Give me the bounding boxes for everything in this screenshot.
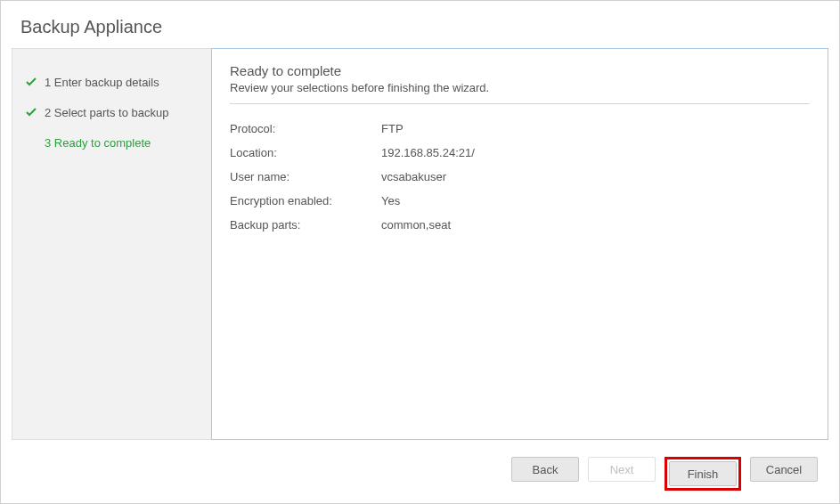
- info-label: Protocol:: [230, 122, 381, 135]
- wizard-footer: Back Next Finish Cancel: [511, 457, 818, 491]
- info-label: Location:: [230, 146, 381, 159]
- check-icon: [25, 108, 37, 117]
- finish-button[interactable]: Finish: [669, 461, 737, 486]
- info-row-protocol: Protocol: FTP: [230, 117, 810, 141]
- info-row-encryption: Encryption enabled: Yes: [230, 189, 810, 213]
- back-button[interactable]: Back: [511, 457, 579, 482]
- step-heading: Ready to complete: [230, 63, 810, 78]
- info-value: Yes: [381, 194, 400, 207]
- sidebar-step-enter-details[interactable]: 1 Enter backup details: [12, 67, 211, 97]
- sidebar-step-ready[interactable]: 3 Ready to complete: [12, 127, 211, 158]
- info-value: 192.168.85.24:21/: [381, 146, 475, 159]
- finish-highlight: Finish: [665, 457, 741, 491]
- step-subheading: Review your selections before finishing …: [230, 81, 810, 104]
- info-value: common,seat: [381, 218, 451, 232]
- info-row-backup-parts: Backup parts: common,seat: [230, 213, 810, 237]
- sidebar-step-label: 1 Enter backup details: [45, 76, 159, 89]
- sidebar-step-select-parts[interactable]: 2 Select parts to backup: [12, 97, 211, 127]
- info-value: vcsabakuser: [381, 170, 446, 183]
- info-label: Encryption enabled:: [230, 194, 381, 207]
- info-label: Backup parts:: [230, 218, 381, 232]
- cancel-button[interactable]: Cancel: [750, 457, 818, 482]
- sidebar-step-label: 3 Ready to complete: [45, 136, 151, 150]
- main-panel: Ready to complete Review your selections…: [211, 48, 828, 440]
- next-button: Next: [588, 457, 656, 482]
- dialog-title: Backup Appliance: [1, 1, 839, 48]
- check-icon: [25, 77, 37, 86]
- info-value: FTP: [381, 122, 404, 135]
- content-wrapper: 1 Enter backup details 2 Select parts to…: [1, 48, 839, 440]
- info-row-username: User name: vcsabakuser: [230, 165, 810, 189]
- info-row-location: Location: 192.168.85.24:21/: [230, 141, 810, 165]
- info-label: User name:: [230, 170, 381, 183]
- sidebar-step-label: 2 Select parts to backup: [45, 106, 168, 119]
- wizard-sidebar: 1 Enter backup details 2 Select parts to…: [12, 48, 211, 440]
